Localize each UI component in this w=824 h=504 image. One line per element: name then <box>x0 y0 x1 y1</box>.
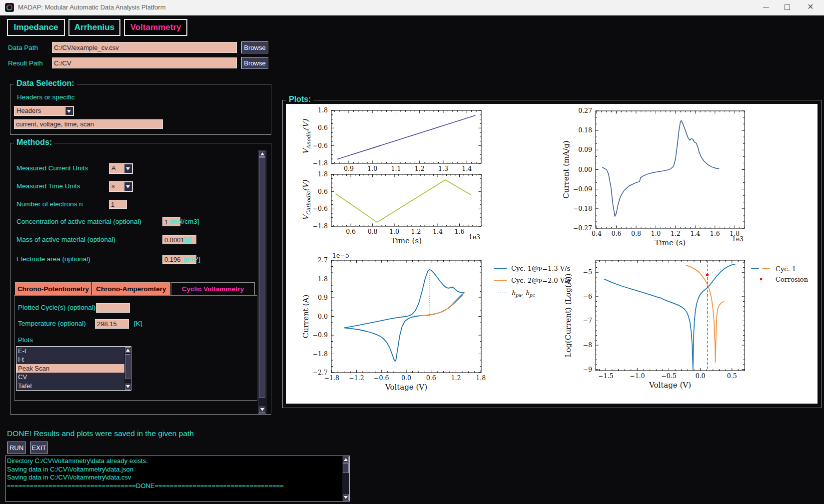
scroll-down-icon[interactable] <box>259 407 265 413</box>
plots-list-scrollbar-thumb[interactable] <box>125 354 130 379</box>
scroll-up-icon[interactable] <box>125 347 130 353</box>
data-path-browse-button[interactable]: Browse <box>241 41 268 53</box>
svg-text:0.6: 0.6 <box>426 374 436 382</box>
methods-scrollbar-thumb[interactable] <box>259 157 265 398</box>
svg-text:Cyc. 2@ν=2.0 V/s: Cyc. 2@ν=2.0 V/s <box>511 277 570 284</box>
svg-text:1.3: 1.3 <box>438 165 448 172</box>
svg-text:0.27: 0.27 <box>578 107 592 114</box>
svg-text:1.1: 1.1 <box>391 165 401 172</box>
tab-impedance[interactable]: Impedance <box>7 19 65 36</box>
chevron-down-icon[interactable] <box>65 107 73 115</box>
titlebar: MADAP: Modular Automatic Data Analysis P… <box>0 0 824 15</box>
svg-text:0.18: 0.18 <box>578 126 592 134</box>
tab-cyclic-voltammetry[interactable]: Cyclic Voltammetry <box>171 282 255 296</box>
headers-input[interactable] <box>14 119 163 129</box>
svg-text:−1.0: −1.0 <box>630 372 645 380</box>
list-item-e-t[interactable]: E-t <box>16 347 124 355</box>
svg-text:Corrosion: Corrosion <box>776 276 809 283</box>
plots-figure-canvas: 0.91.01.11.21.31.41.80.6−0.6−1.8VAnodic(… <box>286 104 818 404</box>
methods-scrollbar[interactable] <box>258 150 266 414</box>
svg-text:0.6: 0.6 <box>346 228 356 235</box>
field-label: Measured Current Units <box>16 164 88 172</box>
field-row-measured-time-units: Measured Time Unitss <box>16 181 251 192</box>
svg-text:0.6: 0.6 <box>318 188 328 195</box>
svg-text:−0.18: −0.18 <box>573 205 592 212</box>
svg-text:1.2: 1.2 <box>451 374 461 382</box>
chevron-down-icon[interactable] <box>124 182 132 191</box>
data-selection-group: Data Selection: Headers or specific Head… <box>10 84 271 135</box>
svg-text:Time (s): Time (s) <box>655 238 686 247</box>
scroll-up-icon[interactable] <box>343 457 349 463</box>
svg-text:1.2: 1.2 <box>671 230 681 237</box>
svg-text:1.0: 1.0 <box>651 230 661 237</box>
tab-arrhenius[interactable]: Arrhenius <box>68 19 120 36</box>
plots-list-scrollbar[interactable] <box>124 347 131 390</box>
svg-text:Cyc. 1: Cyc. 1 <box>776 265 796 273</box>
tab-chrono-potentiometry[interactable]: Chrono-Potentiometry <box>15 282 91 296</box>
close-icon[interactable]: ✕ <box>802 0 819 15</box>
svg-text:Voltage (V): Voltage (V) <box>649 381 691 390</box>
tab-voltammetry[interactable]: Voltammetry <box>124 19 187 36</box>
guide-line <box>696 269 708 274</box>
maximize-button[interactable] <box>779 0 796 15</box>
svg-text:0.8: 0.8 <box>368 228 378 235</box>
temperature-optional-input[interactable] <box>95 319 129 329</box>
svg-text:−8: −8 <box>583 341 592 349</box>
field-row-measured-current-units: Measured Current UnitsA <box>16 163 251 174</box>
list-item-peak-scan[interactable]: Peak Scan <box>16 364 124 373</box>
measured-time-units-dropdown[interactable]: s <box>109 181 133 192</box>
field-label: Electrode area (optional) <box>16 255 90 263</box>
plotted-cycle-s-optional-input[interactable] <box>96 303 130 313</box>
svg-text:−7: −7 <box>583 317 592 324</box>
svg-text:VAnodic(V): VAnodic(V) <box>301 119 311 154</box>
svg-text:−1.5: −1.5 <box>598 372 613 380</box>
scroll-down-icon[interactable] <box>125 384 130 390</box>
tab-chrono-amperomtery[interactable]: Chrono-Amperomtery <box>92 282 170 296</box>
dropdown-value: A <box>111 164 116 172</box>
exit-button[interactable]: EXIT <box>30 442 48 454</box>
chevron-down-icon[interactable] <box>124 164 132 173</box>
data-selection-title: Data Selection: <box>14 79 77 88</box>
console-line: ==================================DONE==… <box>5 482 342 491</box>
result-path-browse-button[interactable]: Browse <box>241 57 268 69</box>
svg-text:1.0: 1.0 <box>389 228 399 235</box>
number-of-electrons-n-input[interactable] <box>109 200 127 209</box>
svg-text:0.09: 0.09 <box>578 146 592 153</box>
list-item-cv[interactable]: CV <box>16 373 124 381</box>
series-cathodic-potential <box>336 180 470 222</box>
svg-text:1e3: 1e3 <box>469 233 480 241</box>
data-path-input[interactable] <box>52 42 237 53</box>
svg-text:Log(Current) (Log(A)): Log(Current) (Log(A)) <box>564 274 573 358</box>
list-item-tafel[interactable]: Tafel <box>16 382 124 390</box>
console-line: Directory C:/CV\Voltammetry\data already… <box>5 457 342 466</box>
svg-text:−0.6: −0.6 <box>374 374 389 382</box>
scroll-up-icon[interactable] <box>259 151 265 157</box>
svg-text:0.5: 0.5 <box>727 372 737 380</box>
scroll-down-icon[interactable] <box>343 495 349 501</box>
data-path-label: Data Path <box>8 44 38 51</box>
legend-sample <box>760 278 763 281</box>
methods-title: Methods: <box>14 138 54 147</box>
console-scrollbar[interactable] <box>342 456 349 501</box>
madap-window: MADAP: Modular Automatic Data Analysis P… <box>0 0 824 504</box>
console-scrollbar-thumb[interactable] <box>343 463 349 473</box>
svg-text:1.6: 1.6 <box>710 230 720 237</box>
list-item-i-t[interactable]: I-t <box>16 355 124 364</box>
svg-text:Time (s): Time (s) <box>391 236 422 245</box>
field-label: Measured Time Units <box>16 182 80 190</box>
status-message: DONE! Results and plots were saved in th… <box>7 429 194 438</box>
field-label: Concentration of active material (option… <box>16 218 141 225</box>
measured-current-units-dropdown[interactable]: A <box>109 163 133 174</box>
svg-text:−5: −5 <box>583 268 592 276</box>
series-tafel-cycle-2 <box>686 265 724 362</box>
dropdown-value: s <box>111 182 115 190</box>
plots-list-label: Plots <box>18 336 33 344</box>
minimize-button[interactable] <box>758 0 775 15</box>
result-path-input[interactable] <box>52 57 237 68</box>
svg-text:Current (mA/g): Current (mA/g) <box>562 140 571 198</box>
run-button[interactable]: RUN <box>7 442 26 454</box>
chart-et-anodic: 0.91.01.11.21.31.41.80.6−0.6−1.8VAnodic(… <box>301 106 481 172</box>
headers-dropdown[interactable]: Headers <box>14 106 74 116</box>
series-specific-current <box>603 121 719 216</box>
chart-tafel: −1.5−1.0−0.50.00.5−5−6−7−8−9Voltage (V)L… <box>564 260 809 390</box>
